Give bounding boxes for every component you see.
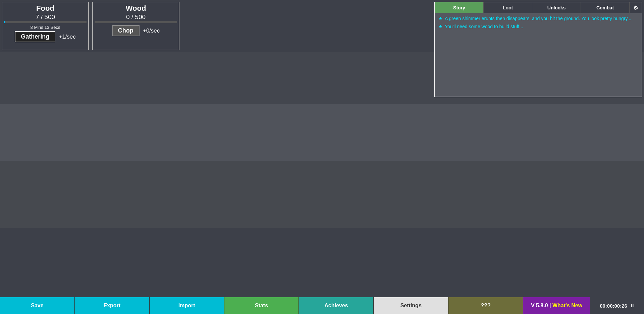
timer-inner: 00:00:00:26 ⏸ — [600, 303, 635, 309]
gear-icon: ⚙ — [633, 5, 638, 11]
settings-icon-tab[interactable]: ⚙ — [630, 2, 642, 13]
version-label: V 5.8.0 | What's New — [531, 303, 582, 309]
stats-button[interactable]: Stats — [224, 297, 299, 314]
wood-count: 0 / 500 — [126, 13, 146, 21]
achieves-button[interactable]: Achieves — [299, 297, 374, 314]
resource-area: Food 7 / 500 8 Mins 13 Secs Gathering +1… — [0, 0, 309, 52]
chop-button[interactable]: Chop — [112, 25, 140, 36]
timer-display: 00:00:00:26 ⏸ — [590, 297, 644, 314]
bg-panel-mid — [0, 104, 644, 161]
wood-progress-container — [95, 21, 177, 23]
save-button[interactable]: Save — [0, 297, 75, 314]
food-card: Food 7 / 500 8 Mins 13 Secs Gathering +1… — [2, 2, 89, 50]
tab-loot[interactable]: Loot — [484, 2, 532, 13]
food-title: Food — [36, 4, 54, 13]
story-line-2: ★ You'll need some wood to build stuff..… — [438, 24, 638, 29]
food-progress-container — [4, 21, 87, 23]
story-line-1: ★ A green shimmer erupts then disappears… — [438, 16, 638, 21]
wood-rate: +0/sec — [143, 28, 160, 34]
food-progress-bar — [4, 21, 5, 23]
export-button[interactable]: Export — [75, 297, 150, 314]
tab-combat[interactable]: Combat — [581, 2, 630, 13]
wood-title: Wood — [126, 4, 146, 13]
import-button[interactable]: Import — [150, 297, 224, 314]
food-timer: 8 Mins 13 Secs — [4, 25, 87, 30]
tab-unlocks[interactable]: Unlocks — [532, 2, 581, 13]
bottom-bar: Save Export Import Stats Achieves Settin… — [0, 297, 644, 314]
tab-story[interactable]: Story — [435, 2, 484, 13]
food-count: 7 / 500 — [36, 13, 55, 21]
bg-panel-lower — [0, 161, 644, 228]
story-content: ★ A green shimmer erupts then disappears… — [435, 13, 642, 97]
star-icon-2: ★ — [438, 24, 443, 29]
gathering-button[interactable]: Gathering — [15, 31, 55, 42]
mystery-button[interactable]: ??? — [448, 297, 523, 314]
timer-value: 00:00:00:26 — [600, 303, 627, 309]
story-tabs: Story Loot Unlocks Combat ⚙ — [435, 2, 642, 13]
settings-button[interactable]: Settings — [374, 297, 448, 314]
story-panel: Story Loot Unlocks Combat ⚙ ★ A green sh… — [434, 2, 642, 97]
food-actions: Gathering +1/sec — [4, 31, 87, 42]
wood-card: Wood 0 / 500 Chop +0/sec — [92, 2, 179, 50]
version-button[interactable]: V 5.8.0 | What's New — [523, 297, 590, 314]
star-icon-1: ★ — [438, 16, 443, 21]
pause-icon[interactable]: ⏸ — [630, 303, 635, 308]
wood-actions: Chop +0/sec — [95, 25, 177, 36]
food-rate: +1/sec — [59, 34, 76, 40]
bg-panel-bottom — [0, 228, 644, 245]
